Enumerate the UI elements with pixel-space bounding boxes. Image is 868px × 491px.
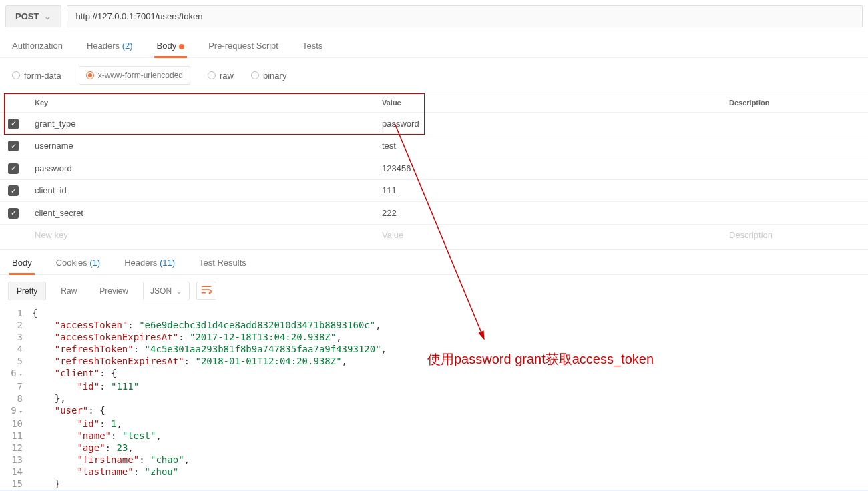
response-tabs: Body Cookies (1) Headers (11) Test Resul… [0, 249, 868, 275]
request-bar: POST ⌄ [0, 0, 868, 33]
wrap-icon [201, 285, 212, 294]
param-desc[interactable] [721, 113, 868, 135]
radio-urlencoded[interactable]: x-www-form-urlencoded [79, 66, 190, 85]
checkbox-icon[interactable]: ✓ [8, 163, 19, 174]
col-desc: Description [721, 93, 868, 113]
param-row[interactable]: ✓client_id111 [0, 179, 868, 202]
modified-dot-icon [179, 44, 184, 49]
body-type-row: form-data x-www-form-urlencoded raw bina… [0, 58, 868, 93]
param-row[interactable]: ✓password123456 [0, 157, 868, 180]
tab-authorization[interactable]: Authorization [9, 33, 65, 57]
col-key: Key [27, 93, 374, 113]
tab-prerequest[interactable]: Pre-request Script [206, 33, 281, 57]
http-method-select[interactable]: POST ⌄ [5, 5, 61, 27]
http-method-label: POST [15, 11, 39, 21]
param-desc[interactable] [721, 135, 868, 157]
col-value: Value [374, 93, 721, 113]
resp-tab-headers[interactable]: Headers (11) [122, 250, 178, 274]
param-key[interactable]: client_secret [27, 202, 374, 225]
param-desc[interactable] [721, 157, 868, 180]
annotation-text: 使用password grant获取access_token [427, 350, 654, 368]
param-key[interactable]: client_id [27, 179, 374, 202]
chevron-down-icon: ⌄ [44, 11, 51, 21]
chevron-down-icon: ⌄ [176, 286, 182, 296]
new-param-row[interactable]: New key Value Description [0, 224, 868, 246]
param-value[interactable]: 123456 [374, 157, 721, 180]
view-toolbar: Pretty Raw Preview JSON⌄ [0, 275, 868, 307]
view-raw[interactable]: Raw [53, 282, 85, 300]
param-value[interactable]: 111 [374, 179, 721, 202]
radio-binary[interactable]: binary [251, 66, 286, 85]
radio-form-data[interactable]: form-data [12, 66, 61, 85]
param-key[interactable]: grant_type [27, 113, 374, 135]
view-preview[interactable]: Preview [91, 282, 136, 300]
checkbox-icon[interactable]: ✓ [8, 141, 19, 151]
params-table: Key Value Description ✓grant_typepasswor… [0, 93, 868, 246]
url-input[interactable] [67, 5, 863, 27]
param-key[interactable]: username [27, 135, 374, 157]
request-tabs: Authorization Headers (2) Body Pre-reque… [0, 33, 868, 58]
param-key[interactable]: password [27, 157, 374, 180]
tab-tests[interactable]: Tests [300, 33, 325, 57]
checkbox-icon[interactable]: ✓ [8, 119, 19, 129]
param-row[interactable]: ✓client_secret222 [0, 202, 868, 225]
checkbox-icon[interactable]: ✓ [8, 185, 19, 196]
param-value[interactable]: test [374, 135, 721, 157]
tab-headers[interactable]: Headers (2) [84, 33, 136, 57]
format-select[interactable]: JSON⌄ [143, 282, 190, 300]
param-row[interactable]: ✓usernametest [0, 135, 868, 157]
checkbox-icon[interactable]: ✓ [8, 208, 19, 219]
resp-tab-tests[interactable]: Test Results [196, 250, 249, 274]
view-pretty[interactable]: Pretty [8, 282, 46, 300]
param-value[interactable]: password [374, 113, 721, 135]
tab-body[interactable]: Body [154, 33, 188, 57]
resp-tab-body[interactable]: Body [9, 250, 35, 274]
param-value[interactable]: 222 [374, 202, 721, 225]
resp-tab-cookies[interactable]: Cookies (1) [53, 250, 103, 274]
wrap-lines-button[interactable] [196, 282, 216, 300]
param-row[interactable]: ✓grant_typepassword [0, 113, 868, 135]
response-body[interactable]: 1{2 "accessToken": "e6e9decbc3d1d4ce8add… [0, 307, 868, 492]
param-desc[interactable] [721, 202, 868, 225]
radio-raw[interactable]: raw [208, 66, 234, 85]
param-desc[interactable] [721, 179, 868, 202]
